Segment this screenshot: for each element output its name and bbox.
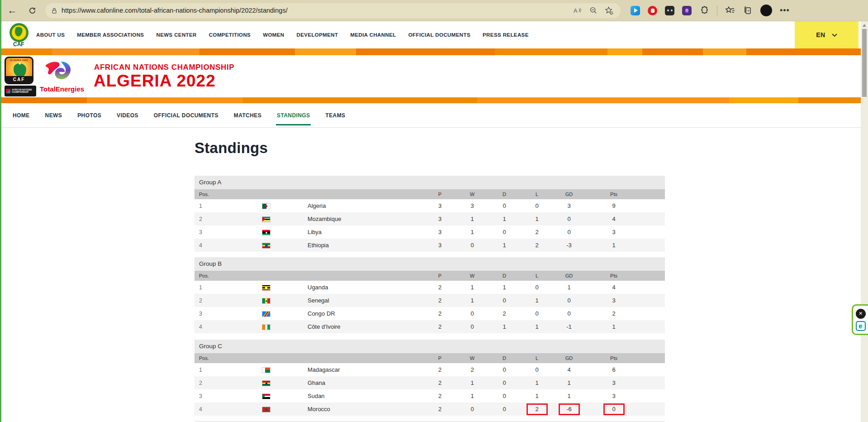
cell-l: 0: [521, 284, 553, 291]
group-header: Group A: [194, 176, 665, 189]
column-l: L: [521, 273, 553, 278]
tournament-logo[interactable]: ALGERIA 2022 ★ CAF: [5, 57, 33, 84]
topnav-item-competitions[interactable]: COMPETITIONS: [209, 32, 251, 38]
topnav-item-member-associations[interactable]: MEMBER ASSOCIATIONS: [77, 32, 144, 38]
url-text[interactable]: https://www.cafonline.com/total-african-…: [62, 7, 573, 14]
table-row-madagascar: 1Madagascar220046: [194, 363, 665, 376]
totalenergies-logo[interactable]: [43, 58, 75, 84]
cell-w: 1: [457, 216, 488, 222]
standings-column-header: Pos.PWDLGDPts: [194, 353, 665, 363]
cell-p: 2: [423, 366, 457, 373]
cell-l: 1: [521, 323, 553, 330]
cell-gd: -6: [553, 403, 585, 415]
subnav-item-official-documents[interactable]: OFFICIAL DOCUMENTS: [154, 112, 218, 119]
topnav-items: ABOUT USMEMBER ASSOCIATIONSNEWS CENTERCO…: [36, 32, 529, 38]
profile-avatar[interactable]: [760, 5, 772, 16]
cell-w: 2: [457, 366, 488, 373]
read-aloud-icon[interactable]: A: [573, 6, 582, 14]
refresh-button[interactable]: [24, 3, 40, 18]
group-table-group-a: Group APos.PWDLGDPts1Algeria3300392Mozam…: [194, 176, 665, 252]
purple-extension-icon[interactable]: [682, 6, 692, 15]
scrollbar-thumb[interactable]: [862, 29, 867, 97]
cell-team-name: Uganda: [308, 284, 423, 291]
senegal-flag-icon: [262, 298, 270, 303]
cell-d: 1: [488, 284, 521, 291]
settings-menu-icon[interactable]: •••: [780, 6, 790, 15]
table-row-sudan: 3Sudan210113: [194, 389, 665, 403]
column-gd: GD: [553, 355, 585, 361]
table-row-congo-dr: 3Congo DR202002: [194, 307, 665, 320]
cell-l: 0: [521, 310, 553, 317]
group-header: Group B: [194, 257, 665, 271]
subnav-item-news[interactable]: NEWS: [45, 112, 62, 119]
uganda-flag-icon: [262, 285, 270, 290]
column-p: P: [423, 192, 457, 197]
add-favorite-icon[interactable]: +: [605, 6, 613, 15]
scrollbar-up-arrow[interactable]: [863, 24, 866, 27]
caf-logo[interactable]: CAF: [9, 22, 29, 48]
cell-team-name: Ethiopia: [308, 242, 423, 249]
topnav-item-about-us[interactable]: ABOUT US: [36, 32, 65, 38]
table-row-algeria: 1Algeria330039: [194, 199, 665, 212]
topnav-item-women[interactable]: WOMEN: [263, 32, 284, 38]
widget-close-icon[interactable]: ✕: [856, 309, 866, 319]
cell-flag: [262, 202, 308, 209]
topnav-item-media-channel[interactable]: MEDIA CHANNEL: [350, 32, 396, 38]
cell-gd: 0: [553, 229, 585, 235]
topnav-item-press-release[interactable]: PRESS RELEASE: [483, 32, 529, 38]
cell-pts: 3: [585, 229, 642, 235]
topnav-item-official-documents[interactable]: OFFICIAL DOCUMENTS: [408, 32, 470, 38]
cotedivoire-flag-icon: [262, 325, 270, 330]
page-scrollbar[interactable]: [861, 21, 868, 422]
zoom-out-icon[interactable]: [589, 6, 598, 14]
subnav-item-videos[interactable]: VIDEOS: [117, 112, 138, 119]
cell-team-name: Libya: [308, 229, 423, 235]
extensions-puzzle-icon[interactable]: [699, 5, 709, 15]
table-row-ghana: 2Ghana210113: [194, 376, 665, 389]
address-bar[interactable]: https://www.cafonline.com/total-african-…: [45, 3, 621, 18]
cell-team-name: Algeria: [308, 202, 423, 209]
cell-pts: 6: [585, 366, 642, 373]
column-w: W: [457, 355, 488, 361]
reader-extension-icon[interactable]: [631, 6, 640, 15]
subnav-item-home[interactable]: HOME: [13, 112, 30, 119]
svg-text:CAF: CAF: [13, 41, 24, 48]
cell-flag: [262, 406, 308, 412]
subnav-item-standings[interactable]: STANDINGS: [277, 112, 310, 119]
subnav-item-teams[interactable]: TEAMS: [325, 112, 345, 119]
back-button[interactable]: ←: [5, 3, 20, 18]
bot-extension-icon[interactable]: [665, 6, 674, 15]
adblock-extension-icon[interactable]: [648, 6, 657, 15]
totalenergies-mini-icon: [6, 89, 10, 93]
cell-l: 1: [521, 379, 553, 386]
column-pos-label: Pos.: [194, 192, 262, 197]
cell-gd: 0: [553, 216, 585, 222]
subnav-item-matches[interactable]: MATCHES: [234, 112, 261, 119]
cell-p: 2: [423, 310, 457, 317]
cell-l: 1: [521, 297, 553, 304]
cell-gd: -3: [553, 242, 585, 249]
sponsor-name: TotalEnergies: [40, 85, 84, 93]
subnav-item-photos[interactable]: PHOTOS: [77, 112, 101, 119]
cell-d: 0: [488, 366, 521, 373]
cell-gd: 3: [553, 202, 585, 209]
antivirus-side-widget: ✕ e: [852, 304, 868, 335]
topnav-item-news-center[interactable]: NEWS CENTER: [156, 32, 196, 38]
cell-pts: 9: [585, 202, 642, 209]
cell-pts: 0: [585, 403, 642, 415]
favorites-bar-icon[interactable]: [725, 5, 735, 15]
cell-p: 3: [423, 242, 457, 249]
cell-flag: [262, 379, 308, 386]
browser-toolbar: ← https://www.cafonline.com/total-africa…: [0, 0, 868, 21]
cell-w: 3: [457, 202, 488, 209]
orange-stripe-bottom: [0, 97, 868, 103]
cell-l: 2: [521, 403, 553, 415]
site-header: CAF ABOUT USMEMBER ASSOCIATIONSNEWS CENT…: [0, 21, 868, 48]
topnav-item-development[interactable]: DEVELOPMENT: [297, 32, 338, 38]
collections-icon[interactable]: +: [743, 5, 753, 15]
eset-icon[interactable]: e: [856, 321, 866, 331]
column-w: W: [457, 273, 488, 278]
cell-team-name: Ghana: [308, 379, 423, 386]
cell-p: 2: [423, 393, 457, 399]
language-selector[interactable]: EN: [795, 21, 859, 48]
